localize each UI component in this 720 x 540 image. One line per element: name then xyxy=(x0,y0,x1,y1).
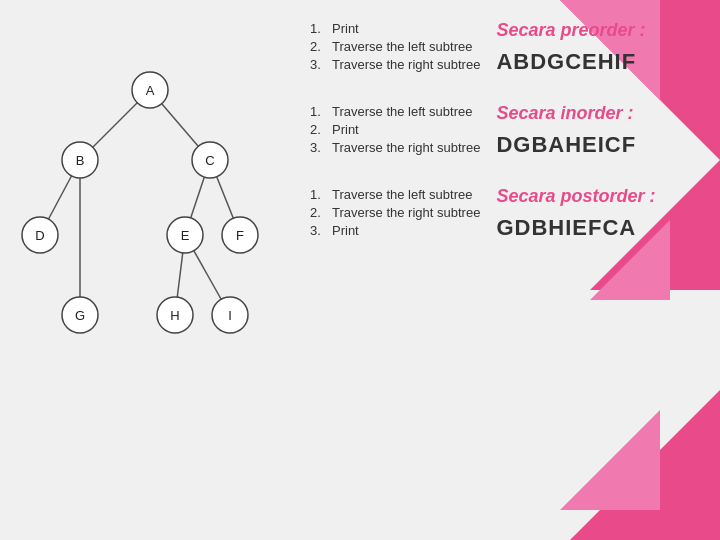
postorder-heading: Secara postorder : xyxy=(496,186,655,207)
svg-text:B: B xyxy=(76,153,85,168)
node-H: H xyxy=(157,297,193,333)
inorder-step-1: 1. Traverse the left subtree xyxy=(310,103,480,121)
node-A: A xyxy=(132,72,168,108)
inorder-section: 1. Traverse the left subtree 2. Print 3.… xyxy=(310,103,700,158)
node-I: I xyxy=(212,297,248,333)
inorder-step3-text: Traverse the right subtree xyxy=(332,139,480,157)
preorder-result: ABDGCEHIF xyxy=(496,49,645,75)
inorder-heading: Secara inorder : xyxy=(496,103,636,124)
preorder-steps: 1. Print 2. Traverse the left subtree 3.… xyxy=(310,20,480,75)
inorder-columns: 1. Traverse the left subtree 2. Print 3.… xyxy=(310,103,700,158)
svg-text:H: H xyxy=(170,308,179,323)
inorder-step2-num: 2. xyxy=(310,121,328,139)
inorder-label-block: Secara inorder : DGBAHEICF xyxy=(496,103,636,158)
node-G: G xyxy=(62,297,98,333)
preorder-step3-num: 3. xyxy=(310,56,328,74)
svg-text:C: C xyxy=(205,153,214,168)
main-content: A B C D E F G xyxy=(0,0,720,540)
tree-svg: A B C D E F G xyxy=(10,50,280,360)
svg-text:A: A xyxy=(146,83,155,98)
preorder-label-block: Secara preorder : ABDGCEHIF xyxy=(496,20,645,75)
postorder-step3-text: Print xyxy=(332,222,359,240)
preorder-step-2: 2. Traverse the left subtree xyxy=(310,38,480,56)
inorder-step2-text: Print xyxy=(332,121,359,139)
inorder-step1-num: 1. xyxy=(310,103,328,121)
postorder-section: 1. Traverse the left subtree 2. Traverse… xyxy=(310,186,700,241)
postorder-step-3: 3. Print xyxy=(310,222,480,240)
node-E: E xyxy=(167,217,203,253)
postorder-label-block: Secara postorder : GDBHIEFCA xyxy=(496,186,655,241)
tree-area: A B C D E F G xyxy=(0,0,280,540)
svg-text:G: G xyxy=(75,308,85,323)
preorder-step3-text: Traverse the right subtree xyxy=(332,56,480,74)
svg-text:F: F xyxy=(236,228,244,243)
preorder-columns: 1. Print 2. Traverse the left subtree 3.… xyxy=(310,20,700,75)
inorder-result: DGBAHEICF xyxy=(496,132,636,158)
postorder-step1-num: 1. xyxy=(310,186,328,204)
inorder-step3-num: 3. xyxy=(310,139,328,157)
tree-edges xyxy=(40,90,240,315)
postorder-result: GDBHIEFCA xyxy=(496,215,655,241)
node-D: D xyxy=(22,217,58,253)
postorder-steps: 1. Traverse the left subtree 2. Traverse… xyxy=(310,186,480,241)
postorder-step-1: 1. Traverse the left subtree xyxy=(310,186,480,204)
postorder-step2-num: 2. xyxy=(310,204,328,222)
inorder-step-3: 3. Traverse the right subtree xyxy=(310,139,480,157)
postorder-step3-num: 3. xyxy=(310,222,328,240)
preorder-step1-text: Print xyxy=(332,20,359,38)
svg-text:I: I xyxy=(228,308,232,323)
right-content: 1. Print 2. Traverse the left subtree 3.… xyxy=(280,0,720,540)
preorder-step-3: 3. Traverse the right subtree xyxy=(310,56,480,74)
preorder-section: 1. Print 2. Traverse the left subtree 3.… xyxy=(310,20,700,75)
preorder-heading: Secara preorder : xyxy=(496,20,645,41)
postorder-step2-text: Traverse the right subtree xyxy=(332,204,480,222)
postorder-step1-text: Traverse the left subtree xyxy=(332,186,472,204)
node-C: C xyxy=(192,142,228,178)
inorder-step1-text: Traverse the left subtree xyxy=(332,103,472,121)
preorder-step2-text: Traverse the left subtree xyxy=(332,38,472,56)
node-F: F xyxy=(222,217,258,253)
inorder-step-2: 2. Print xyxy=(310,121,480,139)
node-B: B xyxy=(62,142,98,178)
svg-text:D: D xyxy=(35,228,44,243)
preorder-step1-num: 1. xyxy=(310,20,328,38)
postorder-columns: 1. Traverse the left subtree 2. Traverse… xyxy=(310,186,700,241)
svg-text:E: E xyxy=(181,228,190,243)
postorder-step-2: 2. Traverse the right subtree xyxy=(310,204,480,222)
preorder-step-1: 1. Print xyxy=(310,20,480,38)
inorder-steps: 1. Traverse the left subtree 2. Print 3.… xyxy=(310,103,480,158)
preorder-step2-num: 2. xyxy=(310,38,328,56)
